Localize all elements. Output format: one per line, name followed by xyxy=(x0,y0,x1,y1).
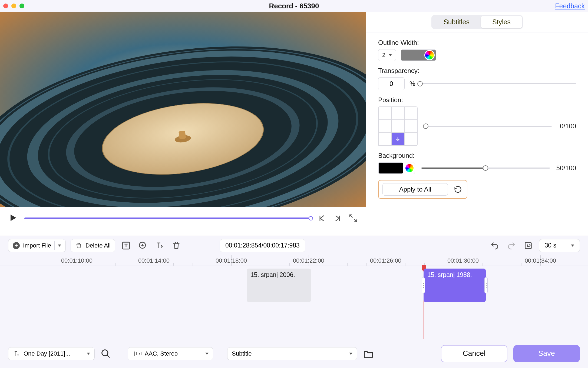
timeline[interactable]: 00:01:10:0000:01:14:0000:01:18:0000:01:2… xyxy=(0,255,588,339)
footer: One Day [2011]... AAC, Stereo Subtitle C… xyxy=(0,339,588,368)
feedback-link[interactable]: Feedback xyxy=(555,2,585,10)
ruler-label: 00:01:10:00 xyxy=(61,257,93,264)
tab-styles[interactable]: Styles xyxy=(481,16,522,28)
clip-text: 15. srpanj 1988. xyxy=(427,271,472,279)
cancel-button[interactable]: Cancel xyxy=(441,345,507,362)
undo-button[interactable] xyxy=(489,240,501,252)
position-slider[interactable] xyxy=(426,126,552,127)
percent-unit: % xyxy=(409,80,415,88)
ruler-label: 00:01:14:00 xyxy=(138,257,170,264)
close-window-icon[interactable] xyxy=(3,4,8,8)
timeline-ruler[interactable]: 00:01:10:0000:01:14:0000:01:18:0000:01:2… xyxy=(0,255,588,266)
tab-bar: Subtitles Styles xyxy=(366,12,588,32)
clip-text: 15. srpanj 2006. xyxy=(250,271,295,278)
timecode-total: 00:00:17:983 xyxy=(263,242,300,249)
search-button[interactable] xyxy=(101,349,111,359)
chevron-down-icon xyxy=(87,353,90,355)
tab-subtitles[interactable]: Subtitles xyxy=(432,16,481,28)
outline-width-select[interactable]: 2 xyxy=(378,49,396,61)
transparency-slider[interactable] xyxy=(420,83,576,84)
fullscreen-button[interactable] xyxy=(349,214,358,223)
styles-panel: Subtitles Styles Outline Width: 2 Transp… xyxy=(366,12,588,236)
position-label: Position: xyxy=(378,96,576,104)
position-bottom-center[interactable] xyxy=(391,133,404,146)
ruler-label: 00:01:26:00 xyxy=(370,257,401,264)
transparency-input[interactable] xyxy=(378,77,405,90)
window-title: Record - 65390 xyxy=(269,2,319,10)
window-controls xyxy=(3,4,24,8)
delete-all-button[interactable]: Delete All xyxy=(71,239,115,252)
clear-button[interactable] xyxy=(170,240,182,252)
position-ratio: 0/100 xyxy=(560,122,576,130)
colorwheel-icon xyxy=(424,50,435,60)
plus-icon: + xyxy=(13,242,20,249)
position-grid[interactable] xyxy=(378,106,418,146)
outline-width-label: Outline Width: xyxy=(378,39,576,46)
timeline-toolbar: + Import File Delete All 00:01:28:854/00… xyxy=(0,236,588,255)
background-label: Background: xyxy=(378,152,576,159)
background-color-swatch[interactable] xyxy=(378,162,403,174)
chevron-down-icon[interactable] xyxy=(58,245,61,247)
background-ratio: 50/100 xyxy=(556,164,576,172)
subtitle-clip[interactable]: 15. srpanj 2006. xyxy=(247,269,311,302)
text-file-icon xyxy=(13,350,20,357)
timeline-track[interactable]: 15. srpanj 2006.15. srpanj 1988. xyxy=(0,266,588,339)
chevron-down-icon xyxy=(349,353,352,355)
timecode-display: 00:01:28:854/00:00:17:983 xyxy=(220,239,305,252)
audio-select[interactable]: AAC, Stereo xyxy=(128,347,213,360)
trash-icon xyxy=(75,242,82,249)
svg-rect-11 xyxy=(179,131,186,139)
import-file-button[interactable]: + Import File xyxy=(8,239,66,252)
prev-frame-button[interactable] xyxy=(317,214,326,223)
background-slider[interactable] xyxy=(421,168,550,169)
save-button[interactable]: Save xyxy=(513,345,580,362)
clip-resize-handle[interactable] xyxy=(484,277,488,293)
apply-block: Apply to All xyxy=(378,180,467,199)
import-file-label: Import File xyxy=(23,242,51,249)
add-text-button[interactable] xyxy=(120,240,132,252)
add-speech-button[interactable] xyxy=(137,240,149,252)
audio-wave-icon xyxy=(132,350,141,357)
ruler-label: 00:01:30:00 xyxy=(447,257,479,264)
chevron-down-icon xyxy=(389,54,392,56)
preview-column xyxy=(0,12,366,236)
timecode-current: 00:01:28:854 xyxy=(225,242,262,249)
subtitle-select-label: Subtitle xyxy=(232,350,346,357)
next-frame-button[interactable] xyxy=(333,214,342,223)
playbar xyxy=(0,207,366,230)
chevron-down-icon xyxy=(571,245,574,247)
fullscreen-window-icon[interactable] xyxy=(19,4,24,8)
outline-color-swatch[interactable] xyxy=(401,49,436,61)
zoom-select[interactable]: 30 s xyxy=(539,239,580,252)
video-preview[interactable] xyxy=(0,12,366,207)
ruler-label: 00:01:18:00 xyxy=(216,257,247,264)
redo-button[interactable] xyxy=(506,240,517,252)
transparency-label: Transparency: xyxy=(378,67,576,75)
clip-resize-handle[interactable] xyxy=(422,277,425,293)
outline-width-value: 2 xyxy=(382,52,385,59)
play-button[interactable] xyxy=(8,213,18,224)
file-select-label: One Day [2011]... xyxy=(24,350,84,357)
apply-to-all-button[interactable]: Apply to All xyxy=(382,183,448,196)
audio-select-label: AAC, Stereo xyxy=(145,350,202,357)
ruler-label: 00:01:34:00 xyxy=(525,257,556,264)
titlebar: Record - 65390 Feedback xyxy=(0,0,588,12)
zoom-value: 30 s xyxy=(545,242,556,249)
subtitle-select[interactable]: Subtitle xyxy=(227,347,357,360)
file-select[interactable]: One Day [2011]... xyxy=(8,347,95,360)
ruler-label: 00:01:22:00 xyxy=(293,257,324,264)
subtitle-clip[interactable]: 15. srpanj 1988. xyxy=(424,269,486,302)
colorwheel-icon[interactable] xyxy=(405,164,414,172)
reset-button[interactable] xyxy=(453,184,463,195)
open-folder-button[interactable] xyxy=(363,348,374,359)
delete-all-label: Delete All xyxy=(85,242,111,249)
text-tool-button[interactable] xyxy=(154,240,166,252)
svg-point-15 xyxy=(102,350,108,356)
progress-slider[interactable] xyxy=(24,218,311,219)
snap-button[interactable] xyxy=(522,240,534,252)
chevron-down-icon xyxy=(205,353,209,355)
minimize-window-icon[interactable] xyxy=(11,4,16,8)
